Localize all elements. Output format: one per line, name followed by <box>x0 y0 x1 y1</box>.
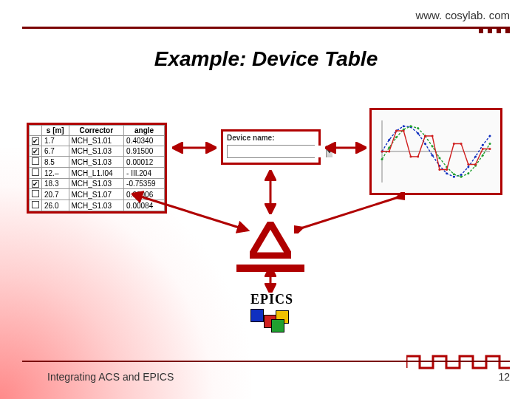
table-cell: MCH_S1.01 <box>69 136 124 146</box>
device-name-input[interactable] <box>228 146 326 157</box>
crenellation-icon <box>406 350 510 369</box>
triangle-logo-icon <box>250 222 291 259</box>
epics-color-icon <box>246 309 298 331</box>
table-cell: MCH_L1.I04 <box>69 168 124 179</box>
table-cell: 0.00012 <box>124 157 165 168</box>
arrow-table-to-logo <box>132 191 250 235</box>
svg-line-52 <box>299 197 400 229</box>
row-checkbox[interactable] <box>32 168 39 176</box>
table-cell: MCH_S1.07 <box>69 189 124 200</box>
arrow-device-to-chart <box>325 142 366 154</box>
table-cell: -0.75359 <box>124 179 165 189</box>
table-cell: 20.7 <box>42 189 69 200</box>
table-cell: 26.0 <box>42 200 69 211</box>
header-divider <box>22 27 510 29</box>
table-cell: MCH_S1.03 <box>69 200 124 211</box>
row-checkbox[interactable] <box>32 201 39 208</box>
chart-plot <box>372 110 500 193</box>
table-header <box>30 126 42 136</box>
row-checkbox[interactable]: ✔ <box>32 148 39 155</box>
table-cell: MCH_S1.03 <box>69 179 124 189</box>
table-cell: 8.5 <box>42 157 69 168</box>
table-cell: MCH_S1.03 <box>69 146 124 157</box>
row-checkbox[interactable]: ✔ <box>32 137 39 145</box>
arrow-chart-to-logo <box>294 192 405 233</box>
table-cell: 12.– <box>42 168 69 179</box>
header-ticks-icon <box>479 29 510 33</box>
epics-block: EPICS <box>235 292 309 331</box>
table-cell: 0.91500 <box>124 146 165 157</box>
footer-divider <box>22 361 510 362</box>
table-row: ✔18.3MCH_S1.03-0.75359 <box>30 179 165 189</box>
svg-line-51 <box>136 195 244 229</box>
page-number: 12 <box>498 371 510 383</box>
row-checkbox[interactable] <box>32 157 39 165</box>
arrow-device-to-logo <box>265 170 276 214</box>
table-cell: 18.3 <box>42 179 69 189</box>
arrow-table-to-device <box>172 142 216 154</box>
footer-text: Integrating ACS and EPICS <box>47 371 174 383</box>
row-checkbox[interactable] <box>32 190 39 197</box>
table-row: ✔1.7MCH_S1.010.40340 <box>30 136 165 146</box>
chart-panel <box>369 108 502 195</box>
device-name-panel: Device name: <box>221 129 321 165</box>
header-url: www. cosylab. com <box>415 9 510 21</box>
table-row: 8.5MCH_S1.030.00012 <box>30 157 165 168</box>
arrow-logo-to-epics <box>265 267 276 293</box>
row-checkbox[interactable]: ✔ <box>32 180 39 188</box>
table-header: Corrector <box>69 126 124 136</box>
table-cell: MCH_S1.03 <box>69 157 124 168</box>
table-cell: - III.204 <box>124 168 165 179</box>
table-cell: 0.40340 <box>124 136 165 146</box>
table-cell: 1.7 <box>42 136 69 146</box>
device-name-combo[interactable] <box>227 145 315 158</box>
table-header: s [m] <box>42 126 69 136</box>
table-header: angle <box>124 126 165 136</box>
epics-label: EPICS <box>235 292 309 307</box>
table-row: 12.–MCH_L1.I04- III.204 <box>30 168 165 179</box>
table-cell: 6.7 <box>42 146 69 157</box>
slide-title: Example: Device Table <box>0 47 532 71</box>
table-row: ✔6.7MCH_S1.030.91500 <box>30 146 165 157</box>
device-name-label: Device name: <box>227 134 315 142</box>
slide: www. cosylab. com Example: Device Table … <box>0 0 532 399</box>
